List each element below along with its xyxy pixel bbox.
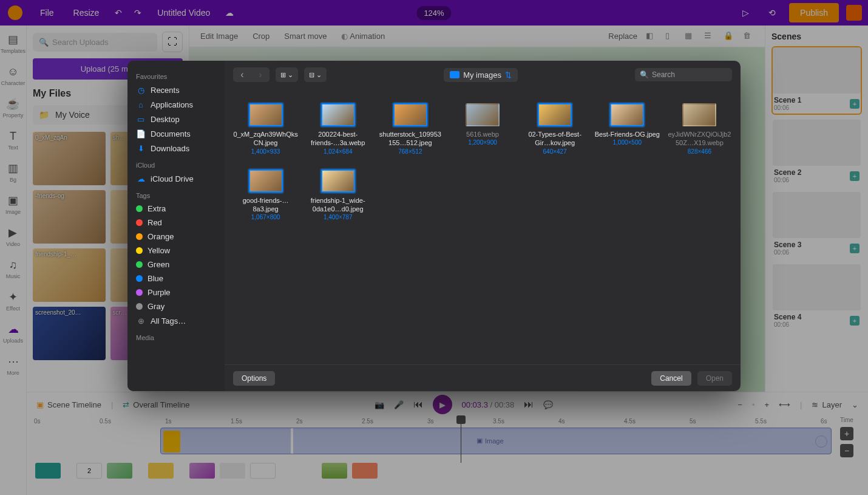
sidebar-item-recents[interactable]: ◷Recents	[127, 83, 225, 97]
sidebar-item-downloads[interactable]: ⬇Downloads	[127, 141, 225, 155]
file-name: friendship-1_wide-0da1e0…d0.jpeg	[305, 196, 370, 214]
tag-dot	[136, 303, 143, 310]
file-item[interactable]: shutterstock_109953155…512.jpeg 768×512	[375, 101, 445, 157]
file-name: 200224-best-friends-…3a.webp	[305, 130, 370, 148]
file-item[interactable]: good-friends-…8a3.jpeg 1,067×800	[231, 167, 300, 224]
file-thumbnail	[249, 169, 283, 193]
tag-alltags[interactable]: ⊕All Tags…	[127, 313, 225, 328]
tag-label: Yellow	[147, 246, 170, 255]
dialog-sidebar: Favourites ◷Recents⌂Applications▭Desktop…	[127, 61, 225, 391]
tag-yellow[interactable]: Yellow	[127, 244, 225, 258]
tag-icon: ⊕	[136, 316, 146, 326]
sidebar-item-label: Applications	[151, 100, 193, 109]
location-label: My images	[463, 70, 501, 80]
tag-blue[interactable]: Blue	[127, 271, 225, 285]
file-dimensions: 768×512	[398, 148, 422, 155]
tag-dot	[136, 219, 143, 226]
location-dropdown[interactable]: My images ⇅	[444, 68, 518, 82]
file-item[interactable]: eyJidWNrZXQiOiJjb250Z…X19.webp 828×466	[665, 101, 734, 157]
file-thumbnail	[610, 103, 644, 126]
tag-label: Purple	[147, 288, 171, 297]
tag-label: Orange	[147, 232, 174, 241]
file-dimensions: 1,067×800	[251, 214, 280, 220]
sidebar-item-label: Recents	[151, 86, 180, 95]
file-item[interactable]: 5616.webp 1,200×900	[447, 101, 517, 157]
file-thumbnail	[682, 103, 716, 126]
dialog-toolbar: ‹ › ⊞ ⌄ ⊟ ⌄ My images ⇅ 🔍 Sear	[225, 61, 741, 89]
options-button[interactable]: Options	[233, 371, 275, 386]
file-open-dialog: Favourites ◷Recents⌂Applications▭Desktop…	[127, 61, 741, 391]
file-thumbnail	[393, 103, 427, 126]
file-name: Best-Friends-OG.jpeg	[595, 130, 660, 138]
modal-overlay: Favourites ◷Recents⌂Applications▭Desktop…	[0, 0, 868, 495]
file-dimensions: 828×466	[688, 148, 711, 155]
file-item[interactable]: 200224-best-friends-…3a.webp 1,024×684	[303, 101, 373, 157]
file-item[interactable]: friendship-1_wide-0da1e0…d0.jpeg 1,400×7…	[303, 167, 373, 224]
tag-dot	[136, 261, 143, 268]
tag-label: Green	[147, 260, 169, 269]
file-name: 5616.webp	[466, 130, 499, 138]
forward-button[interactable]: ›	[251, 67, 270, 82]
documents-icon: 📄	[136, 129, 146, 138]
tag-dot	[136, 275, 143, 282]
tag-gray[interactable]: Gray	[127, 299, 225, 313]
search-icon: 🔍	[640, 70, 649, 79]
file-dimensions: 1,024×684	[324, 148, 353, 155]
tag-extra[interactable]: Extra	[127, 202, 225, 216]
sidebar-item-label: Desktop	[151, 115, 180, 124]
tags-header: Tags	[127, 189, 225, 202]
media-header: Media	[127, 332, 225, 344]
downloads-icon: ⬇	[136, 143, 146, 153]
icloud-icon: ☁	[136, 174, 146, 183]
tag-dot	[136, 247, 143, 254]
file-name: shutterstock_109953155…512.jpeg	[378, 130, 442, 148]
tag-green[interactable]: Green	[127, 258, 225, 271]
sidebar-item-icloud-drive[interactable]: ☁iCloud Drive	[127, 171, 225, 186]
sidebar-item-label: iCloud Drive	[151, 174, 194, 183]
chevron-updown-icon: ⇅	[505, 70, 512, 80]
dialog-search-input[interactable]: 🔍 Search	[635, 68, 732, 81]
file-name: good-friends-…8a3.jpeg	[233, 196, 298, 214]
applications-icon: ⌂	[136, 100, 146, 109]
tag-dot	[136, 289, 143, 296]
tag-red[interactable]: Red	[127, 216, 225, 230]
file-thumbnail	[321, 169, 355, 193]
file-dimensions: 640×427	[543, 148, 567, 155]
sidebar-item-documents[interactable]: 📄Documents	[127, 126, 225, 141]
sidebar-item-label: Documents	[151, 129, 191, 138]
search-placeholder: Search	[652, 70, 675, 79]
file-thumbnail	[249, 103, 283, 126]
tag-orange[interactable]: Orange	[127, 230, 225, 244]
tag-dot	[136, 233, 143, 240]
file-dimensions: 1,000×500	[612, 139, 642, 146]
sidebar-item-applications[interactable]: ⌂Applications	[127, 97, 225, 112]
sidebar-item-desktop[interactable]: ▭Desktop	[127, 112, 225, 126]
file-item[interactable]: 02-Types-of-Best-Gir…kov.jpeg 640×427	[520, 101, 590, 157]
file-grid: 0_xM_zqAn39WhQksCN.jpeg 1,400×933 200224…	[225, 89, 741, 364]
folder-icon	[450, 71, 459, 78]
back-button[interactable]: ‹	[233, 67, 251, 82]
icloud-header: iCloud	[127, 159, 225, 171]
file-item[interactable]: Best-Friends-OG.jpeg 1,000×500	[592, 101, 662, 157]
file-thumbnail	[466, 103, 500, 126]
file-name: 02-Types-of-Best-Gir…kov.jpeg	[523, 130, 588, 148]
open-button[interactable]: Open	[697, 371, 732, 386]
sidebar-item-label: Downloads	[151, 144, 189, 153]
recents-icon: ◷	[136, 85, 146, 95]
favourites-header: Favourites	[127, 70, 225, 83]
tag-label: Blue	[147, 274, 163, 283]
tag-label: Red	[147, 218, 162, 227]
view-mode-button[interactable]: ⊞ ⌄	[276, 67, 298, 82]
file-name: 0_xM_zqAn39WhQksCN.jpeg	[233, 130, 298, 148]
tag-label: Extra	[147, 204, 166, 213]
tag-purple[interactable]: Purple	[127, 285, 225, 299]
file-name: eyJidWNrZXQiOiJjb250Z…X19.webp	[667, 130, 732, 148]
file-dimensions: 1,400×787	[324, 214, 353, 220]
file-item[interactable]: 0_xM_zqAn39WhQksCN.jpeg 1,400×933	[231, 101, 300, 157]
tag-dot	[136, 205, 143, 212]
cancel-button[interactable]: Cancel	[651, 371, 691, 386]
file-thumbnail	[538, 103, 572, 126]
file-thumbnail	[321, 103, 355, 126]
group-mode-button[interactable]: ⊟ ⌄	[304, 67, 327, 82]
tag-label: Gray	[147, 302, 164, 311]
